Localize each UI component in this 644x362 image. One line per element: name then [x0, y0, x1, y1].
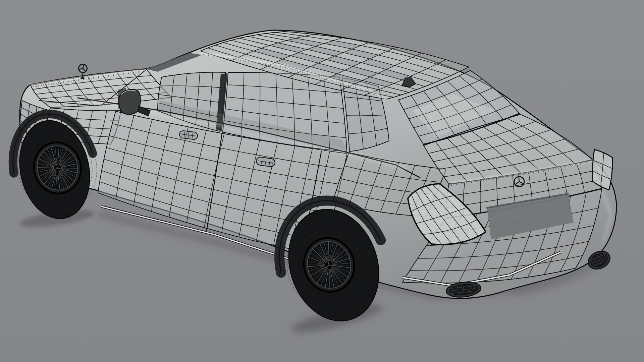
hood-star-emblem-stem: [83, 73, 83, 78]
tail-light-right-patch: [592, 149, 612, 190]
wireframe-car-render: [0, 0, 644, 362]
3d-viewport[interactable]: [0, 0, 644, 362]
hood-star-emblem-base: [80, 77, 85, 79]
three-pointed-star-spoke: [519, 177, 519, 182]
